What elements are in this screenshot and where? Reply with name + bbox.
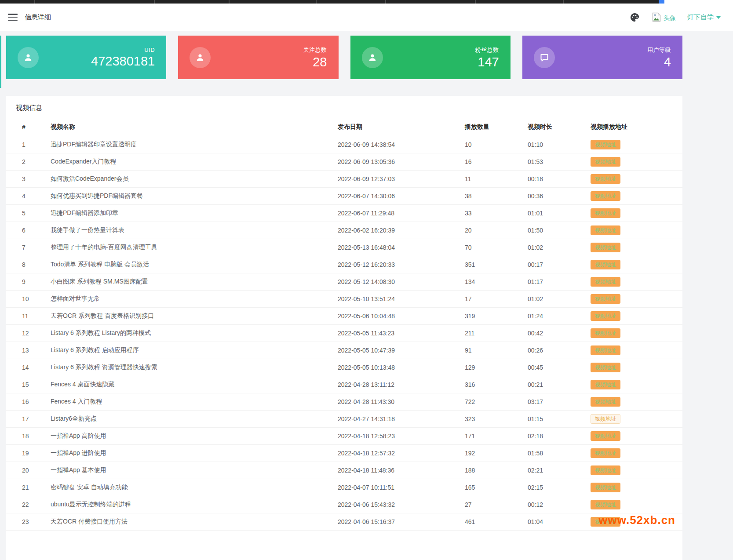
table-row: 14Listary 6 系列教程 资源管理器快速搜索2022-05-05 10:… xyxy=(6,359,682,376)
video-url-cell: 视频地址 xyxy=(575,290,682,307)
video-duration: 01:02 xyxy=(512,290,575,307)
video-table: # 视频名称 发布日期 播放数量 视频时长 视频播放地址 1迅捷PDF编辑器印章… xyxy=(6,118,682,531)
col-play-count: 播放数量 xyxy=(449,118,512,136)
video-url-button[interactable]: 视频地址 xyxy=(591,174,620,184)
stat-label: 关注总数 xyxy=(303,46,327,54)
col-video-name: 视频名称 xyxy=(35,118,322,136)
play-count: 11 xyxy=(449,170,512,187)
tab-separator xyxy=(34,0,35,4)
row-index: 2 xyxy=(6,153,35,170)
table-row: 9小白图床 系列教程 SM.MS图床配置2022-05-12 14:08:301… xyxy=(6,273,682,290)
play-count: 20 xyxy=(449,222,512,239)
table-row: 8Todo清单 系列教程 电脑版 会员激活2022-05-12 16:20:33… xyxy=(6,256,682,273)
video-url-button[interactable]: 视频地址 xyxy=(591,363,620,372)
video-duration: 00:36 xyxy=(512,187,575,204)
video-url-button[interactable]: 视频地址 xyxy=(591,448,620,458)
video-url-cell: 视频地址 xyxy=(575,307,682,324)
row-index: 18 xyxy=(6,427,35,444)
video-url-cell: 视频地址 xyxy=(575,136,682,153)
video-url-button[interactable]: 视频地址 xyxy=(591,157,620,167)
play-count: 165 xyxy=(449,479,512,496)
video-name: 天若OCR 系列教程 百度表格识别接口 xyxy=(35,307,322,324)
video-url-button[interactable]: 视频地址 xyxy=(591,140,620,149)
video-duration: 00:26 xyxy=(512,342,575,359)
video-url-button[interactable]: 视频地址 xyxy=(591,328,620,338)
video-url-button[interactable]: 视频地址 xyxy=(591,311,620,321)
play-count: 134 xyxy=(449,273,512,290)
video-url-cell: 视频地址 xyxy=(575,410,682,427)
video-duration: 01:50 xyxy=(512,222,575,239)
tab-separator xyxy=(563,0,564,4)
play-count: 70 xyxy=(449,239,512,256)
chrome-strip-tail xyxy=(664,0,733,4)
video-url-cell: 视频地址 xyxy=(575,324,682,342)
theme-palette-icon[interactable] xyxy=(630,12,640,22)
video-duration: 01:58 xyxy=(512,444,575,462)
col-index: # xyxy=(6,118,35,136)
publish-date: 2022-06-09 12:37:03 xyxy=(322,170,449,187)
stat-label: UID xyxy=(144,47,155,53)
video-name: 一指禅App 高阶使用 xyxy=(35,427,322,444)
video-url-button[interactable]: 视频地址 xyxy=(591,483,620,492)
video-name: Fences 4 桌面快速隐藏 xyxy=(35,376,322,393)
table-row: 15Fences 4 桌面快速隐藏2022-04-28 13:11:123160… xyxy=(6,376,682,393)
video-duration: 00:45 xyxy=(512,359,575,376)
video-url-button[interactable]: 视频地址 xyxy=(591,431,620,441)
stats-row: UID 472380181 关注总数 28 粉丝总数 147 xyxy=(6,36,682,79)
video-url-button[interactable]: 视频地址 xyxy=(591,294,620,304)
video-url-cell: 视频地址 xyxy=(575,376,682,393)
video-info-card: 视频信息 # 视频名称 发布日期 播放数量 视频时长 视频播放地址 xyxy=(6,96,682,560)
video-url-button[interactable]: 视频地址 xyxy=(591,414,620,424)
publish-date: 2022-04-06 15:43:32 xyxy=(322,496,449,513)
video-name: 天若OCR 付费接口使用方法 xyxy=(35,513,322,530)
row-index: 23 xyxy=(6,513,35,530)
page-title: 信息详细 xyxy=(25,13,51,22)
play-count: 722 xyxy=(449,393,512,410)
video-url-button[interactable]: 视频地址 xyxy=(591,500,620,509)
broken-image-icon xyxy=(651,12,662,22)
stat-card-uid: UID 472380181 xyxy=(6,36,166,79)
video-url-button[interactable]: 视频地址 xyxy=(591,465,620,475)
video-url-cell: 视频地址 xyxy=(575,462,682,479)
publish-date: 2022-05-06 10:04:48 xyxy=(322,307,449,324)
video-url-button[interactable]: 视频地址 xyxy=(591,243,620,252)
video-name: Listary 6 系列教程 资源管理器快速搜索 xyxy=(35,359,322,376)
video-table-body: 1迅捷PDF编辑器印章设置透明度2022-06-09 14:38:541001:… xyxy=(6,136,682,530)
play-count: 10 xyxy=(449,136,512,153)
video-duration: 00:18 xyxy=(512,170,575,187)
play-count: 192 xyxy=(449,444,512,462)
user-dropdown[interactable]: 灯下自学 xyxy=(687,13,721,22)
video-url-button[interactable]: 视频地址 xyxy=(591,345,620,355)
menu-toggle-icon[interactable] xyxy=(8,14,18,21)
publish-date: 2022-04-28 11:43:30 xyxy=(322,393,449,410)
stat-label: 粉丝总数 xyxy=(475,46,499,54)
play-count: 351 xyxy=(449,256,512,273)
video-url-button[interactable]: 视频地址 xyxy=(591,191,620,201)
publish-date: 2022-06-07 11:29:48 xyxy=(322,204,449,222)
table-row: 10怎样面对世事无常2022-05-10 13:51:241701:02视频地址 xyxy=(6,290,682,307)
table-row: 21密码键盘 安卓 自动填充功能2022-04-07 10:11:5116502… xyxy=(6,479,682,496)
video-url-cell: 视频地址 xyxy=(575,444,682,462)
play-count: 316 xyxy=(449,376,512,393)
video-url-button[interactable]: 视频地址 xyxy=(591,225,620,235)
video-url-cell: 视频地址 xyxy=(575,239,682,256)
play-count: 27 xyxy=(449,496,512,513)
play-count: 129 xyxy=(449,359,512,376)
publish-date: 2022-05-12 16:20:33 xyxy=(322,256,449,273)
video-url-cell: 视频地址 xyxy=(575,204,682,222)
video-url-button[interactable]: 视频地址 xyxy=(591,397,620,407)
video-duration: 00:21 xyxy=(512,376,575,393)
card-title: 视频信息 xyxy=(6,96,682,118)
drawer-edge-accent xyxy=(0,36,1,88)
table-row: 2CodeExpander入门教程2022-06-09 13:05:361601… xyxy=(6,153,682,170)
table-row: 17Listary6全新亮点2022-04-27 14:31:1832301:1… xyxy=(6,410,682,427)
table-row: 13Listary 6 系列教程 启动应用程序2022-05-05 10:47:… xyxy=(6,342,682,359)
tab-separator xyxy=(475,0,476,4)
video-url-button[interactable]: 视频地址 xyxy=(591,260,620,269)
avatar[interactable]: 头像 xyxy=(651,12,676,22)
video-duration: 00:12 xyxy=(512,496,575,513)
video-url-button[interactable]: 视频地址 xyxy=(591,208,620,218)
username: 灯下自学 xyxy=(687,13,714,22)
video-url-button[interactable]: 视频地址 xyxy=(591,380,620,389)
video-url-button[interactable]: 视频地址 xyxy=(591,277,620,287)
